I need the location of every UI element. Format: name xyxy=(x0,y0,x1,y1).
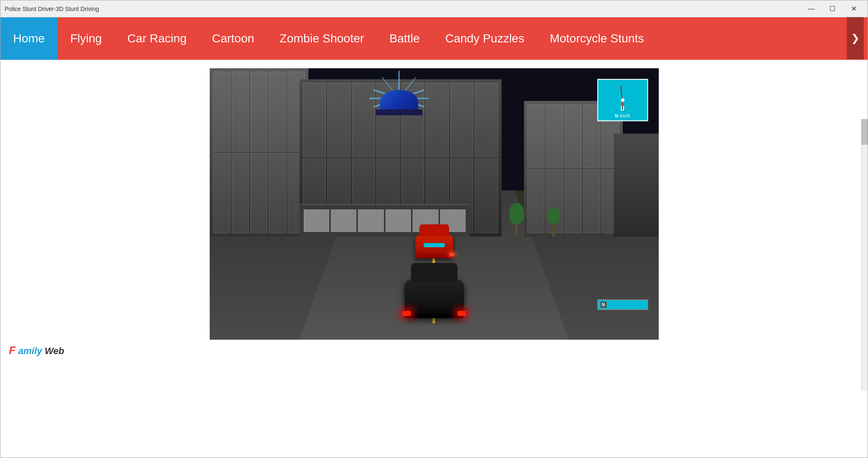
building-window xyxy=(475,83,498,157)
building-window xyxy=(565,170,582,233)
footer-logo-web: Web xyxy=(44,346,64,356)
nav-item-candy-puzzles[interactable]: Candy Puzzles xyxy=(433,17,537,60)
building-window xyxy=(213,153,230,233)
car-brake-light-left xyxy=(402,311,411,316)
building-window xyxy=(232,72,249,151)
building-window xyxy=(303,83,326,157)
minimap-small-bar xyxy=(608,302,645,307)
store-window xyxy=(304,209,329,232)
nav-arrow-right[interactable]: ❯ xyxy=(847,17,864,59)
nav-item-zombie-shooter[interactable]: Zombie Shooter xyxy=(267,17,377,60)
car-brake-light-right xyxy=(458,311,466,316)
building-window xyxy=(250,153,267,233)
close-button[interactable]: ✕ xyxy=(844,3,863,15)
nav-item-home[interactable]: Home xyxy=(0,17,58,60)
minimize-button[interactable]: — xyxy=(801,3,821,15)
building-left-large xyxy=(210,68,308,237)
building-window xyxy=(527,170,544,233)
building-window xyxy=(583,170,600,233)
store-window xyxy=(385,209,411,232)
nav-item-cartoon[interactable]: Cartoon xyxy=(199,17,267,60)
tree-foliage xyxy=(548,207,560,224)
building-windows xyxy=(210,68,308,237)
building-window xyxy=(527,104,544,168)
scrollbar-thumb[interactable] xyxy=(862,119,868,145)
footer-logo-letter: F xyxy=(9,344,16,357)
game-frame[interactable]: 0 N km/h N xyxy=(210,68,659,340)
building-window xyxy=(327,83,350,157)
footer-logo-text: amily xyxy=(18,346,42,356)
minimap-center-dot xyxy=(621,98,624,102)
maximize-button[interactable]: ☐ xyxy=(823,3,842,15)
building-window xyxy=(269,72,286,151)
nav-item-battle[interactable]: Battle xyxy=(377,17,433,60)
minimap-label: N km/h xyxy=(615,113,630,118)
building-window xyxy=(213,72,230,151)
building-window xyxy=(546,104,563,168)
nav-item-car-racing[interactable]: Car Racing xyxy=(114,17,199,60)
nav-item-flying[interactable]: Flying xyxy=(58,17,115,60)
police-hat xyxy=(380,90,418,115)
tree-foliage xyxy=(509,203,524,224)
tree-trunk xyxy=(552,224,555,237)
store-window xyxy=(331,209,356,232)
minimap-small: N xyxy=(597,299,648,310)
car-red-top xyxy=(419,224,449,236)
window-controls: — ☐ ✕ xyxy=(801,3,863,15)
nav-item-motorcycle-stunts[interactable]: Motorcycle Stunts xyxy=(537,17,657,60)
compass-small-label: N xyxy=(600,302,607,308)
game-container: 0 N km/h N xyxy=(210,68,659,340)
main-content: 0 N km/h N xyxy=(0,60,868,458)
scrollbar[interactable] xyxy=(861,119,868,391)
window-title: Police Stunt Driver-3D Stunt Driving xyxy=(5,6,801,12)
tree-1 xyxy=(509,203,524,237)
building-window xyxy=(269,153,286,233)
building-window xyxy=(475,159,498,233)
footer-logo: F amily Web xyxy=(9,344,64,357)
title-bar: Police Stunt Driver-3D Stunt Driving — ☐… xyxy=(0,0,868,17)
footer-area: F amily Web xyxy=(0,340,868,361)
car-player xyxy=(405,280,464,318)
police-light-bar xyxy=(424,243,445,247)
main-window: Police Stunt Driver-3D Stunt Driving — ☐… xyxy=(0,0,868,458)
car-red-brake-lights xyxy=(449,253,455,256)
hat-brim xyxy=(376,109,422,115)
building-window xyxy=(232,153,249,233)
store-window xyxy=(358,209,383,232)
tree-trunk xyxy=(515,224,518,237)
car-black-top xyxy=(411,263,458,282)
navbar: Home Flying Car Racing Cartoon Zombie Sh… xyxy=(0,17,868,60)
car-black-body xyxy=(405,280,464,318)
building-far-right xyxy=(614,134,659,237)
tree-2 xyxy=(548,207,560,237)
compass-direction: N xyxy=(615,113,618,118)
building-window xyxy=(250,72,267,151)
hat-body xyxy=(380,90,418,109)
building-window xyxy=(450,83,473,157)
building-window xyxy=(565,104,582,168)
minimap: 0 N km/h xyxy=(597,79,648,121)
police-siren-container xyxy=(380,90,418,115)
minimap-unit: km/h xyxy=(620,113,630,118)
